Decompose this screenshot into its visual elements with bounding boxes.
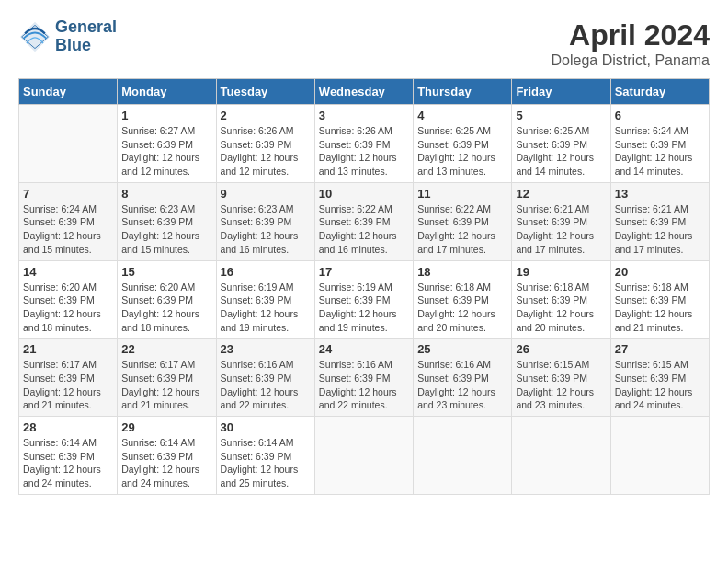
calendar-cell: 14Sunrise: 6:20 AM Sunset: 6:39 PM Dayli… [19,260,118,339]
logo-line1: General [55,18,117,37]
calendar-cell [610,417,709,495]
calendar-cell: 26Sunrise: 6:15 AM Sunset: 6:39 PM Dayli… [512,339,610,417]
day-number: 3 [319,109,409,122]
day-info: Sunrise: 6:21 AM Sunset: 6:39 PM Dayligh… [615,202,705,257]
calendar-cell [314,417,413,495]
day-number: 14 [23,265,113,279]
day-number: 16 [221,265,311,279]
day-info: Sunrise: 6:26 AM Sunset: 6:39 PM Dayligh… [221,124,311,178]
calendar-cell: 3Sunrise: 6:26 AM Sunset: 6:39 PM Daylig… [314,105,413,183]
calendar-cell [512,417,610,495]
calendar-cell: 25Sunrise: 6:16 AM Sunset: 6:39 PM Dayli… [414,339,512,417]
day-info: Sunrise: 6:24 AM Sunset: 6:39 PM Dayligh… [23,202,113,257]
calendar-cell: 11Sunrise: 6:22 AM Sunset: 6:39 PM Dayli… [414,182,512,260]
day-info: Sunrise: 6:22 AM Sunset: 6:39 PM Dayligh… [319,202,409,257]
day-info: Sunrise: 6:18 AM Sunset: 6:39 PM Dayligh… [615,281,705,335]
day-info: Sunrise: 6:14 AM Sunset: 6:39 PM Dayligh… [221,436,311,490]
day-number: 22 [121,342,211,356]
calendar-cell: 5Sunrise: 6:25 AM Sunset: 6:39 PM Daylig… [512,105,610,183]
weekday-header: Sunday [19,79,118,105]
calendar-cell: 9Sunrise: 6:23 AM Sunset: 6:39 PM Daylig… [216,182,314,260]
calendar-cell: 21Sunrise: 6:17 AM Sunset: 6:39 PM Dayli… [19,339,118,417]
calendar-cell: 28Sunrise: 6:14 AM Sunset: 6:39 PM Dayli… [19,417,118,495]
day-info: Sunrise: 6:19 AM Sunset: 6:39 PM Dayligh… [221,281,311,335]
day-info: Sunrise: 6:16 AM Sunset: 6:39 PM Dayligh… [319,358,409,412]
day-info: Sunrise: 6:26 AM Sunset: 6:39 PM Dayligh… [319,124,409,178]
logo-icon [18,20,51,53]
day-number: 24 [319,342,409,356]
day-number: 30 [221,420,311,434]
calendar-cell: 22Sunrise: 6:17 AM Sunset: 6:39 PM Dayli… [118,339,216,417]
calendar-cell: 23Sunrise: 6:16 AM Sunset: 6:39 PM Dayli… [216,339,314,417]
logo-text: General Blue [55,18,117,55]
day-info: Sunrise: 6:25 AM Sunset: 6:39 PM Dayligh… [417,124,507,178]
day-info: Sunrise: 6:25 AM Sunset: 6:39 PM Dayligh… [516,124,606,178]
calendar-cell: 24Sunrise: 6:16 AM Sunset: 6:39 PM Dayli… [314,339,413,417]
page-header: General Blue April 2024 Dolega District,… [18,18,710,69]
calendar-cell: 15Sunrise: 6:20 AM Sunset: 6:39 PM Dayli… [118,260,216,339]
calendar-cell: 16Sunrise: 6:19 AM Sunset: 6:39 PM Dayli… [216,260,314,339]
calendar-cell: 10Sunrise: 6:22 AM Sunset: 6:39 PM Dayli… [314,182,413,260]
day-info: Sunrise: 6:20 AM Sunset: 6:39 PM Dayligh… [121,281,211,335]
day-number: 5 [516,109,606,122]
day-number: 17 [319,265,409,279]
calendar-week-row: 28Sunrise: 6:14 AM Sunset: 6:39 PM Dayli… [19,417,710,495]
calendar-cell: 4Sunrise: 6:25 AM Sunset: 6:39 PM Daylig… [414,105,512,183]
day-info: Sunrise: 6:24 AM Sunset: 6:39 PM Dayligh… [615,124,705,178]
calendar-cell [19,105,118,183]
logo: General Blue [18,18,117,55]
day-number: 7 [23,187,113,201]
calendar-week-row: 21Sunrise: 6:17 AM Sunset: 6:39 PM Dayli… [19,339,710,417]
day-number: 12 [516,187,606,201]
day-info: Sunrise: 6:14 AM Sunset: 6:39 PM Dayligh… [121,436,211,490]
day-number: 25 [417,342,507,356]
day-info: Sunrise: 6:18 AM Sunset: 6:39 PM Dayligh… [417,281,507,335]
day-number: 1 [121,109,211,122]
day-number: 18 [417,265,507,279]
calendar-cell: 20Sunrise: 6:18 AM Sunset: 6:39 PM Dayli… [610,260,709,339]
day-info: Sunrise: 6:16 AM Sunset: 6:39 PM Dayligh… [221,358,311,412]
weekday-header: Friday [512,79,610,105]
day-number: 11 [417,187,507,201]
calendar-week-row: 14Sunrise: 6:20 AM Sunset: 6:39 PM Dayli… [19,260,710,339]
calendar-cell: 2Sunrise: 6:26 AM Sunset: 6:39 PM Daylig… [216,105,314,183]
day-info: Sunrise: 6:16 AM Sunset: 6:39 PM Dayligh… [417,358,507,412]
day-info: Sunrise: 6:17 AM Sunset: 6:39 PM Dayligh… [121,358,211,412]
weekday-header: Tuesday [216,79,314,105]
day-info: Sunrise: 6:15 AM Sunset: 6:39 PM Dayligh… [615,358,705,412]
calendar-cell: 29Sunrise: 6:14 AM Sunset: 6:39 PM Dayli… [118,417,216,495]
logo-line2: Blue [55,37,117,55]
day-info: Sunrise: 6:14 AM Sunset: 6:39 PM Dayligh… [23,436,113,490]
day-info: Sunrise: 6:20 AM Sunset: 6:39 PM Dayligh… [23,281,113,335]
calendar-cell: 27Sunrise: 6:15 AM Sunset: 6:39 PM Dayli… [610,339,709,417]
day-number: 20 [615,265,705,279]
calendar-cell: 19Sunrise: 6:18 AM Sunset: 6:39 PM Dayli… [512,260,610,339]
day-number: 10 [319,187,409,201]
calendar-cell: 1Sunrise: 6:27 AM Sunset: 6:39 PM Daylig… [118,105,216,183]
day-number: 15 [121,265,211,279]
calendar-cell: 18Sunrise: 6:18 AM Sunset: 6:39 PM Dayli… [414,260,512,339]
day-number: 9 [221,187,311,201]
day-info: Sunrise: 6:17 AM Sunset: 6:39 PM Dayligh… [23,358,113,412]
weekday-header: Thursday [414,79,512,105]
header-row: SundayMondayTuesdayWednesdayThursdayFrid… [19,79,710,105]
day-info: Sunrise: 6:23 AM Sunset: 6:39 PM Dayligh… [121,202,211,257]
day-number: 21 [23,342,113,356]
weekday-header: Saturday [610,79,709,105]
day-info: Sunrise: 6:21 AM Sunset: 6:39 PM Dayligh… [516,202,606,257]
calendar-table: SundayMondayTuesdayWednesdayThursdayFrid… [18,78,710,495]
day-info: Sunrise: 6:22 AM Sunset: 6:39 PM Dayligh… [417,202,507,257]
calendar-cell: 8Sunrise: 6:23 AM Sunset: 6:39 PM Daylig… [118,182,216,260]
calendar-cell: 12Sunrise: 6:21 AM Sunset: 6:39 PM Dayli… [512,182,610,260]
calendar-cell: 13Sunrise: 6:21 AM Sunset: 6:39 PM Dayli… [610,182,709,260]
day-number: 23 [221,342,311,356]
day-number: 28 [23,420,113,434]
day-number: 29 [121,420,211,434]
page-subtitle: Dolega District, Panama [551,52,710,69]
day-info: Sunrise: 6:23 AM Sunset: 6:39 PM Dayligh… [221,202,311,257]
day-info: Sunrise: 6:18 AM Sunset: 6:39 PM Dayligh… [516,281,606,335]
day-number: 4 [417,109,507,122]
day-number: 26 [516,342,606,356]
weekday-header: Wednesday [314,79,413,105]
day-info: Sunrise: 6:19 AM Sunset: 6:39 PM Dayligh… [319,281,409,335]
